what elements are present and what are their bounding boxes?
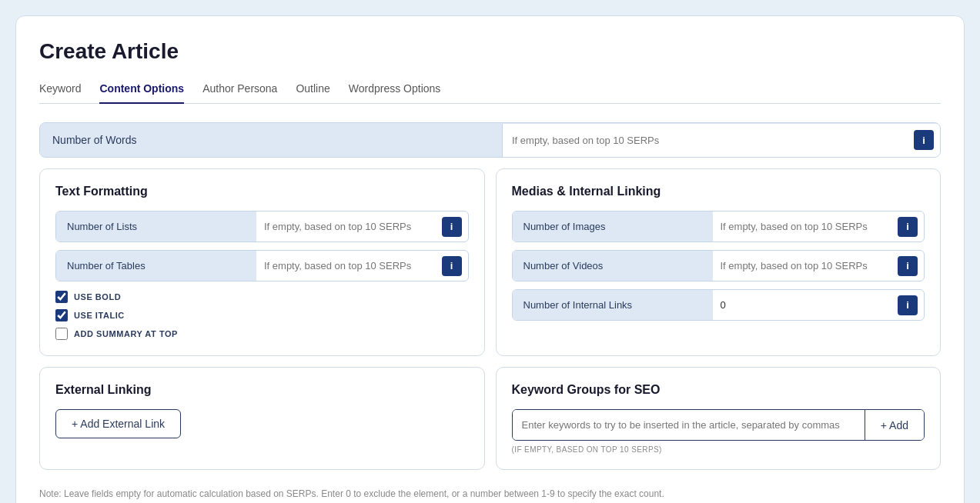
tables-input[interactable] <box>256 251 442 281</box>
tab-outline[interactable]: Outline <box>296 76 329 104</box>
keyword-hint: (IF EMPTY, BASED ON TOP 10 SERPS) <box>512 445 925 454</box>
page-title: Create Article <box>39 39 941 64</box>
words-input-wrapper: i <box>502 124 940 157</box>
tab-content-options[interactable]: Content Options <box>99 76 184 104</box>
checkboxes-area: USE BOLD USE ITALIC ADD SUMMARY AT TOP <box>55 291 469 340</box>
images-label: Number of Images <box>513 212 713 242</box>
page-container: Create Article Keyword Content Options A… <box>15 15 965 503</box>
words-input[interactable] <box>503 124 914 157</box>
text-formatting-panel: Text Formatting Number of Lists i Number… <box>39 168 485 356</box>
add-external-link-button[interactable]: + Add External Link <box>55 409 181 438</box>
keyword-input[interactable] <box>513 410 865 440</box>
words-row: Number of Words i <box>39 122 941 158</box>
main-panels: Text Formatting Number of Lists i Number… <box>39 168 941 356</box>
use-italic-checkbox-item[interactable]: USE ITALIC <box>55 309 469 321</box>
internal-links-label: Number of Internal Links <box>513 290 713 320</box>
medias-panel: Medias & Internal Linking Number of Imag… <box>496 168 942 356</box>
tab-wordpress-options[interactable]: Wordpress Options <box>349 76 441 104</box>
videos-field-row: Number of Videos i <box>512 250 925 281</box>
videos-info-button[interactable]: i <box>898 256 918 276</box>
internal-links-info-button[interactable]: i <box>898 295 918 315</box>
use-bold-label: USE BOLD <box>74 292 121 301</box>
use-bold-checkbox[interactable] <box>55 291 68 303</box>
words-info-button[interactable]: i <box>914 130 934 150</box>
add-summary-label: ADD SUMMARY AT TOP <box>74 329 178 338</box>
external-linking-title: External Linking <box>55 383 469 397</box>
text-formatting-title: Text Formatting <box>55 185 469 198</box>
images-info-button[interactable]: i <box>898 217 918 237</box>
use-italic-label: USE ITALIC <box>74 311 125 320</box>
lists-input[interactable] <box>256 212 442 242</box>
images-input[interactable] <box>713 212 898 242</box>
keyword-seo-title: Keyword Groups for SEO <box>512 383 925 397</box>
medias-title: Medias & Internal Linking <box>512 185 925 198</box>
keyword-add-button[interactable]: + Add <box>865 410 924 440</box>
bottom-panels: External Linking + Add External Link Key… <box>39 367 941 470</box>
tables-label: Number of Tables <box>56 251 256 281</box>
external-linking-panel: External Linking + Add External Link <box>39 367 485 470</box>
videos-input[interactable] <box>713 251 898 281</box>
images-field-row: Number of Images i <box>512 211 925 242</box>
tab-author-persona[interactable]: Author Persona <box>202 76 277 104</box>
tab-keyword[interactable]: Keyword <box>39 76 81 104</box>
videos-label: Number of Videos <box>513 251 713 281</box>
internal-links-input[interactable] <box>713 290 898 320</box>
lists-label: Number of Lists <box>56 212 256 242</box>
words-label: Number of Words <box>40 123 502 157</box>
add-summary-checkbox[interactable] <box>55 328 68 340</box>
tables-field-row: Number of Tables i <box>55 250 469 281</box>
keyword-seo-panel: Keyword Groups for SEO + Add (IF EMPTY, … <box>496 367 942 470</box>
content-area: Number of Words i Text Formatting Number… <box>39 122 941 499</box>
tabs-bar: Keyword Content Options Author Persona O… <box>39 76 941 104</box>
use-italic-checkbox[interactable] <box>55 309 68 321</box>
lists-info-button[interactable]: i <box>442 217 462 237</box>
keyword-input-row: + Add <box>512 409 925 441</box>
lists-field-row: Number of Lists i <box>55 211 469 242</box>
internal-links-field-row: Number of Internal Links i <box>512 289 925 321</box>
use-bold-checkbox-item[interactable]: USE BOLD <box>55 291 469 303</box>
add-summary-checkbox-item[interactable]: ADD SUMMARY AT TOP <box>55 328 469 340</box>
tables-info-button[interactable]: i <box>442 256 462 276</box>
note-text: Note: Leave fields empty for automatic c… <box>39 488 941 499</box>
